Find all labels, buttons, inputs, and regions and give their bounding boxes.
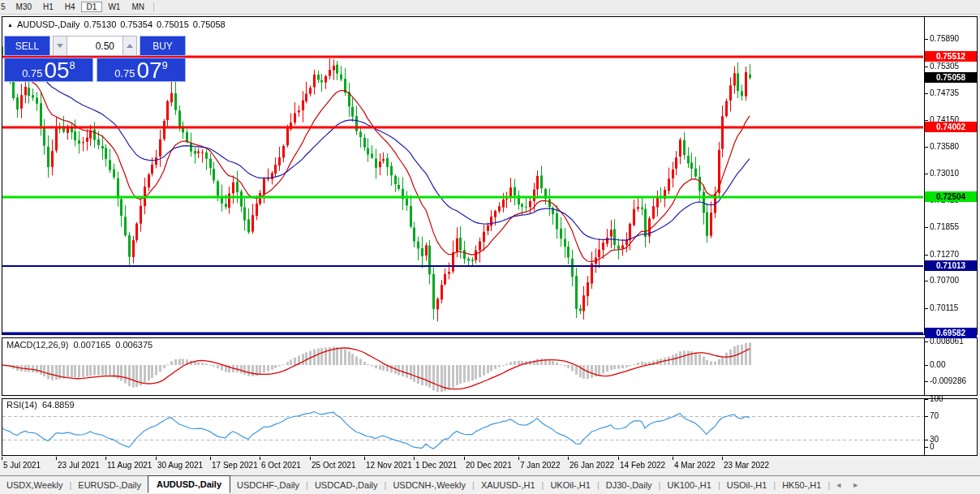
tab-eurusd-daily[interactable]: EURUSD-,Daily bbox=[71, 478, 148, 492]
price-axis-tick: 0.71855 bbox=[930, 222, 959, 232]
tab-usdchf-daily[interactable]: USDCHF-,Daily bbox=[230, 478, 306, 492]
volume-input[interactable]: 0.50 bbox=[67, 36, 122, 56]
date-axis-label: 5 Jul 2021 bbox=[3, 461, 41, 470]
timeframe-button-5[interactable]: 5 bbox=[0, 2, 11, 12]
sell-price-pip-digit: 8 bbox=[70, 60, 75, 71]
tab-dj30-daily[interactable]: DJ30-,Daily bbox=[600, 478, 659, 492]
rsi-value: 64.8859 bbox=[42, 400, 75, 410]
price-axis-tick: 0.74735 bbox=[930, 88, 959, 98]
date-axis-label: 23 Jul 2021 bbox=[58, 461, 100, 470]
price-axis-tick: 0.73580 bbox=[930, 142, 959, 152]
tab-usdcnh-weekly[interactable]: USDCNH-,Weekly bbox=[386, 478, 472, 492]
buy-price-prefix: 0.75 bbox=[114, 67, 135, 80]
date-axis-label: 25 Oct 2021 bbox=[312, 461, 355, 470]
ohlc-close: 0.75058 bbox=[193, 19, 226, 29]
price-level-badge: 0.75512 bbox=[925, 51, 977, 62]
sell-price-prefix: 0.75 bbox=[22, 67, 42, 80]
toolbar-separator bbox=[153, 2, 154, 12]
sell-price-display[interactable]: 0.75 05 8 bbox=[4, 58, 93, 82]
timeframe-button-w1[interactable]: W1 bbox=[102, 2, 126, 12]
chart-symbol-label: AUDUSD-,Daily bbox=[17, 19, 80, 29]
date-axis-label: 26 Jan 2022 bbox=[570, 461, 614, 470]
symbol-tab-bar: USDX,Weekly|EURUSD-,DailyAUDUSD-,DailyUS… bbox=[0, 475, 980, 494]
timeframe-toolbar: 5M30H1H4D1W1MN bbox=[0, 0, 980, 15]
ohlc-open: 0.75130 bbox=[84, 19, 117, 29]
timeframe-button-d1[interactable]: D1 bbox=[81, 2, 103, 12]
price-axis-tick: 0.75890 bbox=[930, 34, 959, 44]
current-price-badge: 0.75058 bbox=[925, 72, 977, 83]
volume-decrease-button[interactable] bbox=[53, 36, 67, 56]
macd-name: MACD(12,26,9) bbox=[6, 340, 68, 350]
date-axis-label: 23 Mar 2022 bbox=[724, 461, 769, 470]
volume-increase-button[interactable] bbox=[122, 36, 137, 56]
date-axis-label: 14 Feb 2022 bbox=[620, 461, 665, 470]
tab-xauusd-h1[interactable]: XAUUSD-,H1 bbox=[475, 478, 542, 492]
date-axis-label: 7 Jan 2022 bbox=[520, 461, 561, 470]
buy-price-display[interactable]: 0.75 07 9 bbox=[97, 58, 186, 82]
price-level-badge: 0.74002 bbox=[925, 122, 977, 132]
mt4-terminal-window: 5M30H1H4D1W1MN ▲AUDUSD-,Daily0.751300.75… bbox=[0, 0, 980, 494]
price-level-badge: 0.71013 bbox=[925, 260, 977, 271]
tab-hk50-h1[interactable]: HK50-,H1 bbox=[776, 478, 827, 492]
volume-spinner: 0.50 bbox=[53, 36, 137, 56]
timeframe-button-h4[interactable]: H4 bbox=[59, 2, 81, 12]
macd-main-value: 0.007165 bbox=[73, 340, 110, 350]
timeframe-button-m30[interactable]: M30 bbox=[11, 2, 37, 12]
macd-signal-value: 0.006375 bbox=[115, 340, 153, 350]
macd-indicator-label: MACD(12,26,9)0.0071650.006375 bbox=[6, 340, 157, 350]
buy-button[interactable]: BUY bbox=[140, 36, 186, 56]
date-axis-label: 6 Oct 2021 bbox=[261, 461, 301, 470]
ohlc-high: 0.75354 bbox=[120, 19, 153, 29]
macd-axis-tick: 0.00 bbox=[930, 360, 945, 370]
price-axis-tick: 0.71270 bbox=[930, 250, 959, 260]
triangle-down-icon bbox=[57, 44, 63, 48]
price-axis-tick: 0.70700 bbox=[930, 276, 959, 286]
sell-price-big-digits: 05 bbox=[44, 60, 69, 80]
triangle-up-icon bbox=[127, 44, 133, 48]
timeframe-button-mn[interactable]: MN bbox=[126, 2, 150, 12]
buy-price-big-digits: 07 bbox=[136, 60, 161, 80]
tab-usdcad-daily[interactable]: USDCAD-,Daily bbox=[308, 478, 385, 492]
rsi-indicator-label: RSI(14)64.8859 bbox=[6, 400, 80, 410]
one-click-trading-panel: SELL 0.50 BUY 0.75 05 8 0.75 07 9 bbox=[4, 36, 186, 82]
price-axis-tick: 0.73010 bbox=[930, 169, 959, 178]
date-axis-label: 4 Mar 2022 bbox=[674, 461, 716, 470]
tab-uk100-h1[interactable]: UK100-,H1 bbox=[660, 478, 717, 492]
tab-scroll-left-button[interactable]: ◄ bbox=[830, 481, 847, 489]
date-axis-label: 11 Aug 2021 bbox=[107, 461, 152, 470]
sell-button[interactable]: SELL bbox=[4, 36, 50, 56]
chart-header: ▲AUDUSD-,Daily0.751300.753540.750150.750… bbox=[7, 19, 230, 29]
tab-ukoil-h1[interactable]: UKOil-,H1 bbox=[544, 478, 597, 492]
ohlc-low: 0.75015 bbox=[157, 19, 189, 29]
price-level-badge: 0.72504 bbox=[925, 191, 977, 202]
date-axis-label: 12 Nov 2021 bbox=[366, 461, 412, 470]
timeframe-button-h1[interactable]: H1 bbox=[37, 2, 59, 12]
macd-axis-tick: -0.009286 bbox=[930, 376, 966, 386]
rsi-axis-tick: 70 bbox=[930, 411, 939, 421]
date-axis-label: 30 Aug 2021 bbox=[157, 461, 203, 470]
date-axis-label: 20 Dec 2021 bbox=[466, 461, 512, 470]
rsi-axis-tick: 100 bbox=[930, 394, 943, 404]
rsi-name: RSI(14) bbox=[6, 400, 37, 410]
date-axis-label: 17 Sep 2021 bbox=[212, 461, 258, 470]
tab-scroll-right-button[interactable]: ► bbox=[847, 481, 864, 489]
rsi-axis-tick: 0 bbox=[930, 442, 935, 452]
tab-usoil-h1[interactable]: USOil-,H1 bbox=[720, 478, 774, 492]
price-axis-tick: 0.75305 bbox=[930, 62, 959, 71]
tab-audusd-daily[interactable]: AUDUSD-,Daily bbox=[148, 475, 230, 493]
date-axis-label: 1 Dec 2021 bbox=[415, 461, 457, 470]
price-axis-tick: 0.70115 bbox=[930, 303, 958, 313]
price-level-badge: 0.69582 bbox=[925, 328, 977, 338]
buy-price-pip-digit: 9 bbox=[162, 60, 168, 71]
collapse-panel-icon[interactable]: ▲ bbox=[7, 22, 13, 28]
tab-usdx-weekly[interactable]: USDX,Weekly bbox=[0, 478, 69, 492]
